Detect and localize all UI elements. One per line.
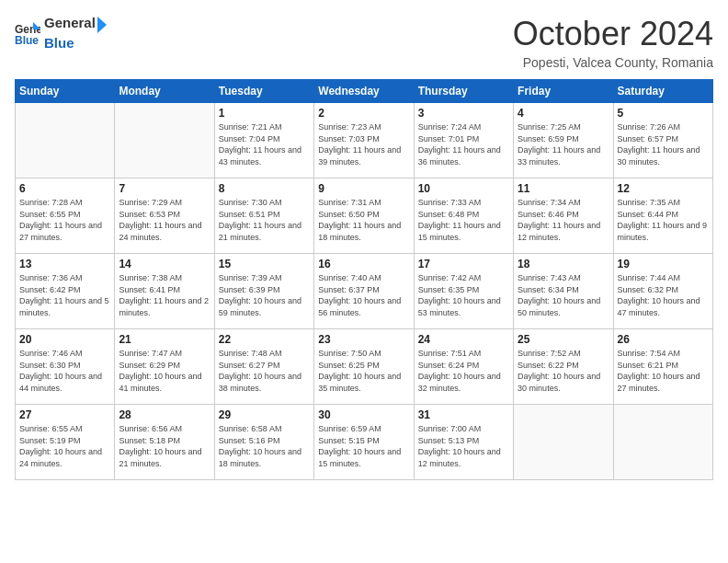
day-number: 7	[119, 182, 210, 195]
daylight-label: Daylight: 11 hours and 9 minutes.	[618, 221, 708, 242]
sunset-label: Sunset: 6:27 PM	[219, 361, 280, 370]
day-info: Sunrise: 7:25 AM Sunset: 6:59 PM Dayligh…	[518, 121, 609, 167]
sunset-label: Sunset: 5:15 PM	[318, 436, 380, 445]
weekday-header: Tuesday	[214, 80, 313, 103]
calendar-cell: 12 Sunrise: 7:35 AM Sunset: 6:44 PM Dayl…	[613, 178, 712, 254]
calendar-cell: 10 Sunrise: 7:33 AM Sunset: 6:48 PM Dayl…	[414, 178, 513, 254]
calendar-cell: 26 Sunrise: 7:54 AM Sunset: 6:21 PM Dayl…	[613, 329, 712, 405]
sunset-label: Sunset: 6:35 PM	[418, 285, 480, 294]
day-info: Sunrise: 7:31 AM Sunset: 6:50 PM Dayligh…	[318, 197, 409, 243]
sunset-label: Sunset: 7:01 PM	[418, 134, 480, 144]
day-info: Sunrise: 7:46 AM Sunset: 6:30 PM Dayligh…	[19, 348, 110, 394]
sunset-label: Sunset: 6:29 PM	[119, 361, 180, 370]
day-info: Sunrise: 7:21 AM Sunset: 7:04 PM Dayligh…	[219, 121, 310, 167]
sunset-label: Sunset: 6:55 PM	[19, 210, 81, 219]
daylight-label: Daylight: 10 hours and 15 minutes.	[318, 447, 401, 468]
sunrise-label: Sunrise: 7:40 AM	[318, 273, 381, 282]
day-number: 2	[318, 107, 409, 120]
daylight-label: Daylight: 10 hours and 27 minutes.	[618, 372, 700, 393]
day-info: Sunrise: 7:48 AM Sunset: 6:27 PM Dayligh…	[219, 348, 310, 394]
sunrise-label: Sunrise: 7:21 AM	[219, 122, 282, 132]
day-number: 9	[318, 182, 409, 195]
calendar-cell: 29 Sunrise: 6:58 AM Sunset: 5:16 PM Dayl…	[214, 405, 313, 480]
day-number: 24	[418, 333, 509, 346]
day-number: 17	[418, 258, 509, 270]
weekday-header: Friday	[514, 80, 613, 103]
sunset-label: Sunset: 6:48 PM	[418, 210, 480, 219]
day-info: Sunrise: 7:39 AM Sunset: 6:39 PM Dayligh…	[219, 272, 310, 318]
sunrise-label: Sunrise: 7:50 AM	[318, 349, 381, 358]
daylight-label: Daylight: 10 hours and 47 minutes.	[618, 296, 700, 317]
calendar-header-row: SundayMondayTuesdayWednesdayThursdayFrid…	[16, 80, 713, 103]
day-info: Sunrise: 7:51 AM Sunset: 6:24 PM Dayligh…	[418, 348, 509, 394]
day-info: Sunrise: 7:50 AM Sunset: 6:25 PM Dayligh…	[318, 348, 409, 394]
sunrise-label: Sunrise: 7:26 AM	[618, 122, 681, 132]
sunrise-label: Sunrise: 7:54 AM	[618, 349, 681, 358]
sunrise-label: Sunrise: 7:36 AM	[19, 273, 83, 282]
sunset-label: Sunset: 6:22 PM	[518, 361, 579, 370]
day-number: 6	[19, 182, 110, 195]
daylight-label: Daylight: 10 hours and 35 minutes.	[318, 372, 401, 393]
calendar-cell: 3 Sunrise: 7:24 AM Sunset: 7:01 PM Dayli…	[414, 103, 513, 178]
sunrise-label: Sunrise: 7:34 AM	[518, 198, 581, 207]
sunset-label: Sunset: 6:46 PM	[518, 210, 579, 219]
sunrise-label: Sunrise: 6:59 AM	[318, 424, 381, 433]
calendar-cell: 24 Sunrise: 7:51 AM Sunset: 6:24 PM Dayl…	[414, 329, 513, 405]
day-number: 13	[19, 258, 110, 270]
daylight-label: Daylight: 11 hours and 43 minutes.	[219, 145, 301, 167]
day-number: 25	[518, 333, 609, 346]
daylight-label: Daylight: 11 hours and 18 minutes.	[318, 221, 401, 242]
calendar-week-row: 20 Sunrise: 7:46 AM Sunset: 6:30 PM Dayl…	[16, 329, 713, 405]
day-number: 28	[119, 408, 210, 421]
day-number: 10	[418, 182, 509, 195]
day-info: Sunrise: 7:33 AM Sunset: 6:48 PM Dayligh…	[418, 197, 509, 243]
calendar-week-row: 1 Sunrise: 7:21 AM Sunset: 7:04 PM Dayli…	[16, 103, 713, 178]
calendar-cell: 20 Sunrise: 7:46 AM Sunset: 6:30 PM Dayl…	[16, 329, 115, 405]
daylight-label: Daylight: 10 hours and 18 minutes.	[219, 447, 301, 468]
calendar-cell: 22 Sunrise: 7:48 AM Sunset: 6:27 PM Dayl…	[214, 329, 313, 405]
calendar-cell	[514, 405, 613, 480]
day-info: Sunrise: 7:54 AM Sunset: 6:21 PM Dayligh…	[618, 348, 709, 394]
location: Popesti, Valcea County, Romania	[513, 55, 713, 70]
daylight-label: Daylight: 11 hours and 30 minutes.	[618, 145, 700, 167]
day-number: 14	[119, 258, 210, 270]
daylight-label: Daylight: 10 hours and 50 minutes.	[518, 296, 600, 317]
weekday-header: Monday	[115, 80, 214, 103]
calendar-cell: 25 Sunrise: 7:52 AM Sunset: 6:22 PM Dayl…	[514, 329, 613, 405]
sunset-label: Sunset: 6:34 PM	[518, 285, 579, 294]
calendar-cell: 11 Sunrise: 7:34 AM Sunset: 6:46 PM Dayl…	[514, 178, 613, 254]
daylight-label: Daylight: 10 hours and 21 minutes.	[119, 447, 201, 468]
weekday-header: Wednesday	[314, 80, 414, 103]
sunrise-label: Sunrise: 6:58 AM	[219, 424, 282, 433]
calendar-cell: 8 Sunrise: 7:30 AM Sunset: 6:51 PM Dayli…	[214, 178, 313, 254]
sunset-label: Sunset: 6:59 PM	[518, 134, 579, 144]
month-title: October 2024	[513, 15, 713, 53]
calendar-week-row: 13 Sunrise: 7:36 AM Sunset: 6:42 PM Dayl…	[16, 254, 713, 329]
sunrise-label: Sunrise: 7:30 AM	[219, 198, 282, 207]
calendar-cell: 9 Sunrise: 7:31 AM Sunset: 6:50 PM Dayli…	[314, 178, 414, 254]
weekday-header: Sunday	[16, 80, 115, 103]
sunrise-label: Sunrise: 6:55 AM	[19, 424, 83, 433]
daylight-label: Daylight: 11 hours and 36 minutes.	[418, 145, 501, 167]
daylight-label: Daylight: 11 hours and 2 minutes.	[119, 296, 209, 317]
svg-marker-3	[97, 17, 107, 33]
calendar-cell: 31 Sunrise: 7:00 AM Sunset: 5:13 PM Dayl…	[414, 405, 513, 480]
calendar-cell: 23 Sunrise: 7:50 AM Sunset: 6:25 PM Dayl…	[314, 329, 414, 405]
sunrise-label: Sunrise: 7:35 AM	[618, 198, 681, 207]
sunset-label: Sunset: 6:50 PM	[318, 210, 380, 219]
daylight-label: Daylight: 11 hours and 15 minutes.	[418, 221, 501, 242]
day-info: Sunrise: 7:23 AM Sunset: 7:03 PM Dayligh…	[318, 121, 409, 167]
day-number: 22	[219, 333, 310, 346]
day-info: Sunrise: 7:00 AM Sunset: 5:13 PM Dayligh…	[418, 423, 509, 469]
sunset-label: Sunset: 6:30 PM	[19, 361, 81, 370]
day-info: Sunrise: 6:56 AM Sunset: 5:18 PM Dayligh…	[119, 423, 210, 469]
sunrise-label: Sunrise: 7:33 AM	[418, 198, 482, 207]
logo-general: General	[44, 15, 96, 35]
sunset-label: Sunset: 6:51 PM	[219, 210, 280, 219]
day-info: Sunrise: 7:47 AM Sunset: 6:29 PM Dayligh…	[119, 348, 210, 394]
sunset-label: Sunset: 6:32 PM	[618, 285, 679, 294]
weekday-header: Thursday	[414, 80, 513, 103]
calendar-cell: 28 Sunrise: 6:56 AM Sunset: 5:18 PM Dayl…	[115, 405, 214, 480]
sunset-label: Sunset: 5:16 PM	[219, 436, 280, 445]
daylight-label: Daylight: 11 hours and 24 minutes.	[119, 221, 201, 242]
